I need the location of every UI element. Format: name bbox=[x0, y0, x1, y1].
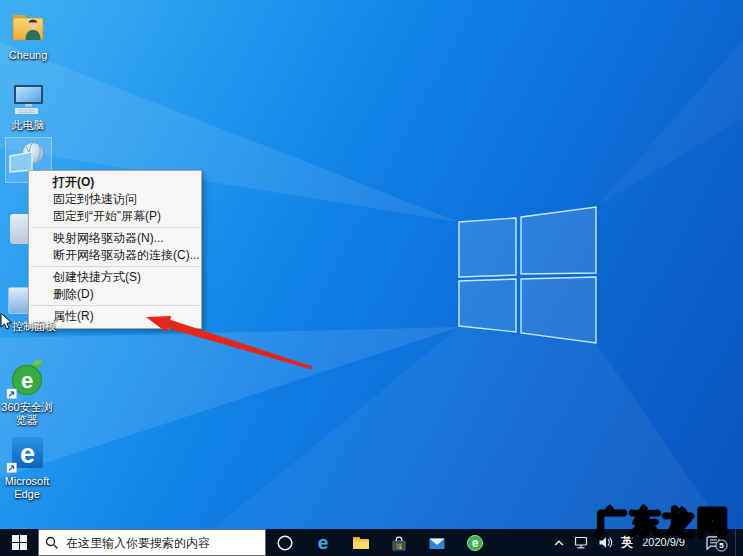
taskbar-store-button[interactable] bbox=[380, 529, 418, 556]
taskbar-file-explorer-button[interactable] bbox=[342, 529, 380, 556]
network-tray-icon bbox=[573, 534, 590, 551]
microsoft-store-icon bbox=[389, 533, 409, 553]
desktop-icon-label: 控制面板 bbox=[12, 320, 56, 333]
desktop-icon-360-browser[interactable]: e 360安全浏览器 bbox=[0, 358, 57, 427]
menu-item-disconnect-network-drive[interactable]: 断开网络驱动器的连接(C)... bbox=[29, 247, 201, 264]
file-explorer-icon bbox=[351, 533, 371, 553]
menu-item-open[interactable]: 打开(O) bbox=[29, 174, 201, 191]
windows-start-icon bbox=[12, 535, 27, 550]
menu-separator bbox=[31, 227, 199, 228]
mail-icon bbox=[427, 533, 447, 553]
menu-item-create-shortcut[interactable]: 创建快捷方式(S) bbox=[29, 269, 201, 286]
mouse-cursor bbox=[0, 313, 13, 331]
menu-item-delete[interactable]: 删除(D) bbox=[29, 286, 201, 303]
desktop-icon-label: 此电脑 bbox=[0, 119, 58, 132]
svg-text:e: e bbox=[318, 533, 329, 553]
chevron-up-icon bbox=[552, 536, 566, 550]
cortana-icon bbox=[276, 534, 294, 552]
user-folder-icon bbox=[8, 8, 48, 48]
show-desktop-button[interactable] bbox=[735, 529, 739, 556]
start-button[interactable] bbox=[0, 529, 38, 556]
desktop-icon-label: 360安全浏览器 bbox=[0, 401, 57, 427]
desktop-icon-control-panel[interactable]: 控制面板 bbox=[12, 320, 56, 333]
search-input[interactable] bbox=[64, 535, 259, 551]
watermark: 广东龙网 bbox=[595, 502, 731, 544]
360-browser-taskbar-icon: e bbox=[465, 533, 485, 553]
menu-separator bbox=[31, 266, 199, 267]
desktop-icon-user-folder[interactable]: Cheung bbox=[0, 8, 58, 62]
desktop-icon-this-pc[interactable]: 此电脑 bbox=[0, 80, 58, 132]
svg-text:e: e bbox=[472, 536, 479, 550]
menu-separator bbox=[31, 305, 199, 306]
tray-show-hidden-icons[interactable] bbox=[550, 529, 568, 556]
taskbar-mail-button[interactable] bbox=[418, 529, 456, 556]
desktop-icon-edge[interactable]: e Microsoft Edge bbox=[0, 432, 57, 501]
taskbar-search-box[interactable] bbox=[38, 529, 266, 556]
360-browser-icon: e bbox=[5, 358, 49, 400]
tray-network[interactable] bbox=[571, 529, 592, 556]
taskbar-360-browser-button[interactable]: e bbox=[456, 529, 494, 556]
taskbar-cortana-button[interactable] bbox=[266, 529, 304, 556]
windows-desktop: Cheung 此电脑 控制面板 bbox=[0, 0, 743, 556]
desktop-icon-label: Microsoft Edge bbox=[0, 475, 57, 501]
menu-item-map-network-drive[interactable]: 映射网络驱动器(N)... bbox=[29, 230, 201, 247]
svg-text:e: e bbox=[20, 439, 35, 469]
menu-item-pin-quick-access[interactable]: 固定到快速访问 bbox=[29, 191, 201, 208]
menu-item-pin-to-start[interactable]: 固定到“开始”屏幕(P) bbox=[29, 208, 201, 225]
svg-text:e: e bbox=[21, 368, 33, 393]
search-icon bbox=[45, 536, 59, 550]
this-pc-icon bbox=[8, 80, 48, 118]
edge-icon: e bbox=[5, 432, 49, 474]
desktop-icon-label: Cheung bbox=[0, 49, 58, 62]
edge-taskbar-icon: e bbox=[313, 533, 333, 553]
context-menu: 打开(O) 固定到快速访问 固定到“开始”屏幕(P) 映射网络驱动器(N)...… bbox=[28, 170, 202, 329]
taskbar-edge-button[interactable]: e bbox=[304, 529, 342, 556]
